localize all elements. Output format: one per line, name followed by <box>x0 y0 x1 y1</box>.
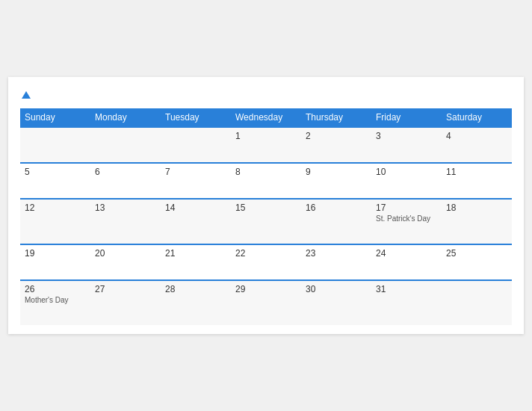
day-cell: 1 <box>231 127 301 163</box>
day-number: 28 <box>165 284 226 294</box>
day-number: 31 <box>376 284 437 294</box>
day-cell: 14 <box>161 199 231 244</box>
day-cell: 26Mother's Day <box>20 280 90 325</box>
weekday-header-sunday: Sunday <box>20 108 90 127</box>
week-row-4: 19202122232425 <box>20 244 512 280</box>
day-number: 24 <box>376 248 437 259</box>
day-cell: 17St. Patrick's Day <box>371 199 442 244</box>
logo <box>20 89 31 101</box>
day-number: 25 <box>446 248 507 259</box>
weekday-header-saturday: Saturday <box>442 108 512 127</box>
day-cell: 7 <box>161 163 231 199</box>
day-number: 11 <box>446 167 507 177</box>
weekday-header-row: SundayMondayTuesdayWednesdayThursdayFrid… <box>20 108 512 127</box>
day-cell: 29 <box>231 280 301 325</box>
day-cell: 6 <box>90 163 161 199</box>
day-number: 15 <box>235 203 297 213</box>
day-number: 9 <box>306 167 367 177</box>
day-cell: 25 <box>442 244 512 280</box>
day-cell: 16 <box>301 199 371 244</box>
day-number: 26 <box>25 284 86 294</box>
day-cell: 19 <box>20 244 90 280</box>
day-cell: 3 <box>371 127 442 163</box>
day-cell: 20 <box>90 244 161 280</box>
day-number: 1 <box>235 131 297 141</box>
day-cell: 13 <box>90 199 161 244</box>
calendar-container: SundayMondayTuesdayWednesdayThursdayFrid… <box>8 77 524 334</box>
holiday-label: St. Patrick's Day <box>376 214 437 223</box>
day-number: 3 <box>376 131 437 141</box>
day-number: 22 <box>235 248 297 259</box>
day-number: 30 <box>306 284 367 294</box>
weekday-header-thursday: Thursday <box>301 108 371 127</box>
day-cell: 5 <box>20 163 90 199</box>
calendar-header <box>20 89 512 101</box>
day-number: 18 <box>446 203 507 213</box>
day-cell: 24 <box>371 244 442 280</box>
day-cell: 8 <box>231 163 301 199</box>
day-cell: 9 <box>301 163 371 199</box>
day-number: 4 <box>446 131 507 141</box>
week-row-1: 1234 <box>20 127 512 163</box>
day-cell: 11 <box>442 163 512 199</box>
day-number: 19 <box>25 248 86 259</box>
day-number: 14 <box>165 203 226 213</box>
day-cell <box>90 127 161 163</box>
weekday-header-friday: Friday <box>371 108 442 127</box>
week-row-5: 26Mother's Day2728293031 <box>20 280 512 325</box>
day-number: 20 <box>95 248 156 259</box>
day-cell: 28 <box>161 280 231 325</box>
weekday-header-tuesday: Tuesday <box>161 108 231 127</box>
day-number: 13 <box>95 203 156 213</box>
day-cell: 4 <box>442 127 512 163</box>
day-cell: 2 <box>301 127 371 163</box>
day-number: 7 <box>165 167 226 177</box>
calendar-table: SundayMondayTuesdayWednesdayThursdayFrid… <box>20 108 512 325</box>
day-cell <box>20 127 90 163</box>
day-cell: 23 <box>301 244 371 280</box>
day-cell: 27 <box>90 280 161 325</box>
day-cell: 15 <box>231 199 301 244</box>
day-cell <box>442 280 512 325</box>
day-number: 2 <box>306 131 367 141</box>
day-cell: 18 <box>442 199 512 244</box>
day-number: 17 <box>376 203 437 213</box>
week-row-3: 121314151617St. Patrick's Day18 <box>20 199 512 244</box>
day-cell: 10 <box>371 163 442 199</box>
day-number: 29 <box>235 284 297 294</box>
day-cell: 21 <box>161 244 231 280</box>
day-number: 21 <box>165 248 226 259</box>
day-number: 27 <box>95 284 156 294</box>
day-cell <box>161 127 231 163</box>
holiday-label: Mother's Day <box>25 296 86 304</box>
day-number: 16 <box>306 203 367 213</box>
day-cell: 12 <box>20 199 90 244</box>
logo-line1 <box>20 89 31 101</box>
day-cell: 22 <box>231 244 301 280</box>
logo-triangle-icon <box>22 91 31 99</box>
day-number: 12 <box>25 203 86 213</box>
day-number: 5 <box>25 167 86 177</box>
weekday-header-wednesday: Wednesday <box>231 108 301 127</box>
day-cell: 31 <box>371 280 442 325</box>
day-number: 8 <box>235 167 297 177</box>
day-number: 6 <box>95 167 156 177</box>
weekday-header-monday: Monday <box>90 108 161 127</box>
day-number: 10 <box>376 167 437 177</box>
day-cell: 30 <box>301 280 371 325</box>
week-row-2: 567891011 <box>20 163 512 199</box>
day-number: 23 <box>306 248 367 259</box>
